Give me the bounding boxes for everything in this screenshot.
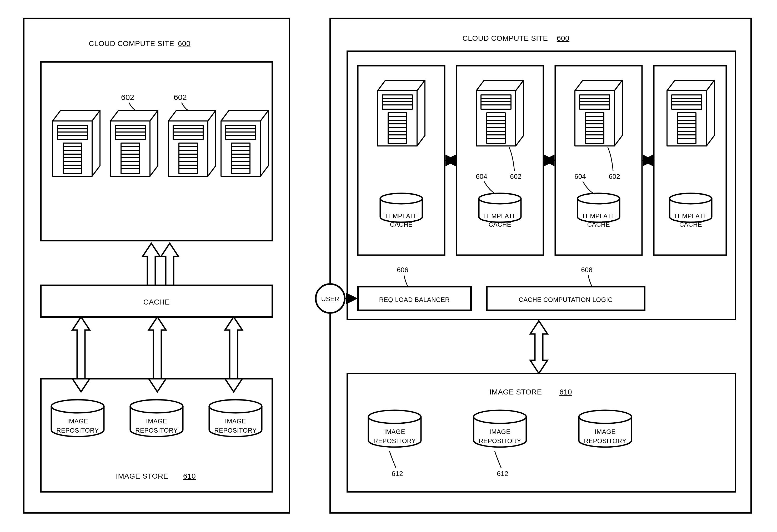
arrow-open-double [72,317,90,392]
svg-text:REPOSITORY: REPOSITORY [479,437,521,444]
svg-text:CACHE: CACHE [587,221,610,228]
svg-text:TEMPLATE: TEMPLATE [483,213,517,220]
svg-text:REPOSITORY: REPOSITORY [214,427,257,434]
server-icon [221,111,268,176]
svg-rect-17 [24,18,290,513]
image-repo: IMAGE REPOSITORY [474,410,526,447]
svg-text:IMAGE: IMAGE [225,418,246,425]
svg-text:604: 604 [574,172,586,180]
svg-text:IMAGE: IMAGE [67,418,88,425]
svg-text:REPOSITORY: REPOSITORY [584,437,627,444]
label-606: 606 [397,266,408,274]
label-608: 608 [581,266,592,274]
svg-text:TEMPLATE: TEMPLATE [674,213,708,220]
svg-text:REPOSITORY: REPOSITORY [56,427,99,434]
image-repo: IMAGE REPOSITORY [368,410,421,447]
arrow-open-double [225,317,242,392]
left-title: CLOUD COMPUTE SITE [89,39,175,47]
image-repo: IMAGE REPOSITORY [579,410,632,447]
svg-text:CACHE: CACHE [679,221,702,228]
svg-text:IMAGE: IMAGE [146,418,167,425]
cache-logic-label: CACHE COMPUTATION LOGIC [519,296,613,303]
server-icon [111,111,158,176]
compute-cell: TEMPLATE CACHE [654,66,726,255]
svg-text:604: 604 [476,172,487,180]
left-title-num: 600 [178,39,191,47]
user-label: USER [321,295,339,302]
svg-text:602: 602 [510,172,521,180]
server-icon [52,111,100,176]
svg-text:TEMPLATE: TEMPLATE [384,213,418,220]
compute-cell: TEMPLATE CACHE [358,66,445,255]
svg-text:IMAGE: IMAGE [384,428,405,435]
load-balancer-label: REQ LOAD BALANCER [379,296,450,303]
svg-text:REPOSITORY: REPOSITORY [373,437,416,444]
svg-text:IMAGE: IMAGE [489,428,511,435]
svg-text:REPOSITORY: REPOSITORY [135,427,178,434]
svg-text:CACHE: CACHE [488,221,512,228]
right-imgstore-num: 610 [559,388,572,396]
label-602: 602 [121,93,134,102]
right-title: CLOUD COMPUTE SITE [463,34,548,42]
left-panel: CLOUD COMPUTE SITE 600 602 602 CACHE IMA… [24,18,290,513]
label-612: 612 [497,470,508,478]
right-title-num: 600 [557,34,569,42]
cache-label: CACHE [143,298,170,306]
arrow-open-double [530,321,548,373]
svg-text:IMAGE: IMAGE [595,428,616,435]
compute-cell: TEMPLATE CACHE 604 602 [456,66,543,255]
svg-text:TEMPLATE: TEMPLATE [582,213,616,220]
arrow-open-up [161,243,179,285]
image-repo: IMAGE REPOSITORY [51,400,104,436]
right-panel: CLOUD COMPUTE SITE 600 TEMPLATE CACHE TE… [316,18,751,513]
left-imgstore-title: IMAGE STORE [116,472,168,480]
image-repo: IMAGE REPOSITORY [130,400,183,436]
server-icon [169,111,216,176]
svg-text:602: 602 [608,172,620,180]
right-imgstore-title: IMAGE STORE [489,388,542,396]
arrow-open-up [143,243,160,285]
arrow-open-double [149,317,166,392]
image-repo: IMAGE REPOSITORY [209,400,262,436]
label-612: 612 [392,470,403,478]
left-imgstore-num: 610 [183,472,196,480]
compute-cell: TEMPLATE CACHE 604 602 [555,66,642,255]
label-602: 602 [174,93,187,102]
diagram-root: CLOUD COMPUTE SITE 600 602 602 CACHE IMA… [0,0,777,532]
svg-text:CACHE: CACHE [390,221,413,228]
